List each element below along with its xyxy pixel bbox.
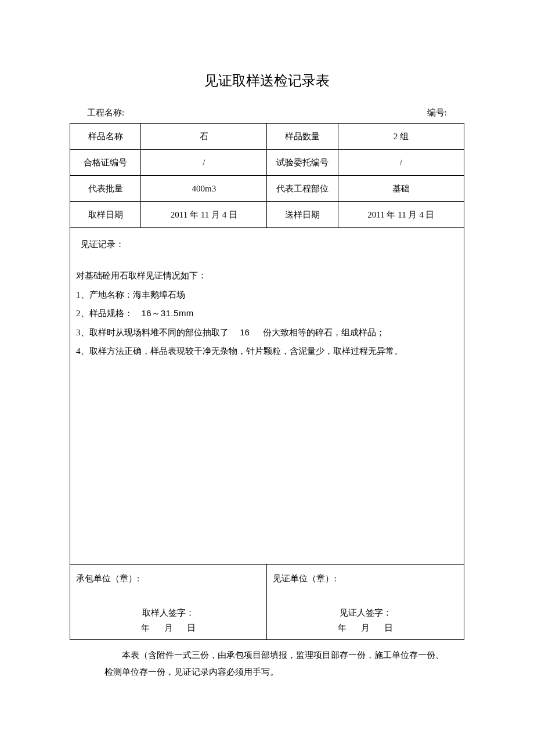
table-row: 合格证编号 / 试验委托编号 /	[70, 150, 464, 176]
position-label: 代表工程部位	[267, 176, 338, 202]
record-table: 样品名称 石 样品数量 2 组 合格证编号 / 试验委托编号 / 代表批量 40…	[70, 123, 464, 640]
record-line-1: 1、产地名称：海丰鹅埠石场	[76, 287, 458, 303]
meta-row: 工程名称: 编号:	[70, 106, 464, 120]
witness-record-cell: 见证记录： 对基础砼用石取样见证情况如下： 1、产地名称：海丰鹅埠石场 2、样品…	[70, 228, 464, 565]
sampling-date-label: 取样日期	[70, 202, 141, 228]
contractor-date-line: 年 月 日	[70, 621, 266, 635]
record-line-4: 4、取样方法正确，样品表现较干净无杂物，针片颗粒，含泥量少，取样过程无异常。	[76, 343, 458, 360]
witness-record-body: 对基础砼用石取样见证情况如下： 1、产地名称：海丰鹅埠石场 2、样品规格： 16…	[76, 267, 458, 360]
batch-label: 代表批量	[70, 176, 141, 202]
record-line-3-num: 16	[229, 324, 261, 341]
contractor-unit-label: 承包单位（章）:	[76, 571, 261, 585]
commission-no-value: /	[338, 150, 464, 176]
sample-qty-label: 样品数量	[267, 124, 338, 150]
witness-date-line: 年 月 日	[267, 621, 464, 635]
month-label: 月	[355, 621, 376, 635]
record-line-3-post: 份大致相等的碎石，组成样品；	[261, 328, 385, 337]
page-title: 见证取样送检记录表	[70, 70, 464, 92]
cert-no-value: /	[141, 150, 267, 176]
record-line-2: 2、样品规格： 16～31.5mm	[76, 305, 458, 322]
record-intro: 对基础砼用石取样见证情况如下：	[76, 267, 458, 284]
sample-qty-value: 2 组	[338, 124, 464, 150]
footer-note: 本表（含附件一式三份，由承包项目部填报，监理项目部存一份，施工单位存一份、检测单…	[104, 647, 447, 680]
position-value: 基础	[338, 176, 464, 202]
witness-unit-label: 见证单位（章）:	[273, 571, 458, 585]
day-label: 日	[378, 621, 399, 635]
table-row: 代表批量 400m3 代表工程部位 基础	[70, 176, 464, 202]
cert-no-label: 合格证编号	[70, 150, 141, 176]
witness-record-label: 见证记录：	[81, 237, 458, 251]
sample-name-value: 石	[141, 124, 267, 150]
record-line-3-pre: 3、取样时从现场料堆不同的部位抽取了	[76, 328, 229, 337]
witness-sign-label: 见证人签字：	[267, 606, 464, 620]
sampling-date-value: 2011 年 11 月 4 日	[141, 202, 267, 228]
sampler-sign-label: 取样人签字：	[70, 606, 266, 620]
serial-number-label: 编号:	[427, 106, 447, 120]
commission-no-label: 试验委托编号	[267, 150, 338, 176]
table-row: 见证记录： 对基础砼用石取样见证情况如下： 1、产地名称：海丰鹅埠石场 2、样品…	[70, 228, 464, 565]
table-row: 取样日期 2011 年 11 月 4 日 送样日期 2011 年 11 月 4 …	[70, 202, 464, 228]
witness-sign-cell: 见证单位（章）: 见证人签字： 年 月 日	[267, 565, 464, 640]
project-name-label: 工程名称:	[87, 106, 124, 120]
record-line-2-pre: 2、样品规格：	[76, 309, 142, 318]
record-line-2-spec: 16～31.5mm	[142, 308, 194, 318]
day-label: 日	[181, 621, 202, 635]
submit-date-value: 2011 年 11 月 4 日	[338, 202, 464, 228]
contractor-sign-cell: 承包单位（章）: 取样人签字： 年 月 日	[70, 565, 267, 640]
month-label: 月	[158, 621, 179, 635]
table-row: 样品名称 石 样品数量 2 组	[70, 124, 464, 150]
submit-date-label: 送样日期	[267, 202, 338, 228]
sample-name-label: 样品名称	[70, 124, 141, 150]
batch-value: 400m3	[141, 176, 267, 202]
record-line-3: 3、取样时从现场料堆不同的部位抽取了16 份大致相等的碎石，组成样品；	[76, 324, 458, 341]
year-label: 年	[135, 621, 156, 635]
year-label: 年	[332, 621, 353, 635]
table-row: 承包单位（章）: 取样人签字： 年 月 日 见证单位（章）: 见证人签字： 年 …	[70, 565, 464, 640]
